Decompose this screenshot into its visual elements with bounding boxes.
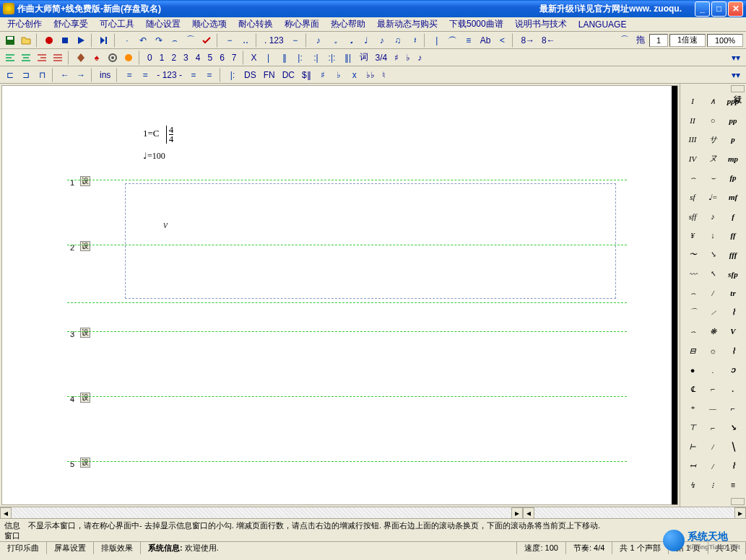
speed-input[interactable] — [669, 34, 706, 47]
symbol-cell-16-2[interactable]: ⌐ — [724, 401, 742, 416]
symbol-cell-1-2[interactable]: pp — [724, 113, 742, 128]
scroll-track[interactable] — [12, 507, 511, 518]
symbol-cell-14-1[interactable]: . — [703, 363, 722, 377]
symbol-cell-15-1[interactable]: ⌐ — [703, 382, 722, 396]
dc-button[interactable]: DC — [279, 68, 298, 82]
eq3-icon[interactable]: = — [186, 68, 201, 82]
timesig-button[interactable]: 3/4 — [373, 51, 391, 65]
symbol-cell-18-0[interactable]: ⊢ — [683, 439, 702, 454]
symbol-cell-5-1[interactable]: ♩= — [703, 190, 722, 204]
num-0[interactable]: 0 — [144, 51, 155, 65]
next-icon[interactable]: → — [74, 68, 88, 82]
num-6[interactable]: 6 — [217, 51, 227, 65]
natural-button[interactable]: ♮ — [379, 68, 388, 82]
symbol-cell-9-2[interactable]: sfp — [724, 267, 742, 281]
symbol-cell-5-2[interactable]: mf — [724, 190, 742, 204]
dotdot-icon[interactable]: ‥ — [238, 33, 253, 48]
eq1-icon[interactable]: = — [122, 68, 136, 82]
lyric-button[interactable]: 词 — [357, 51, 371, 65]
save-icon[interactable] — [3, 33, 17, 48]
symbol-cell-13-0[interactable]: ⊟ — [683, 344, 702, 358]
symbol-cell-16-0[interactable]: * — [683, 401, 702, 416]
menu-interface[interactable]: 称心界面 — [280, 17, 324, 32]
close-button[interactable]: ✕ — [728, 1, 743, 17]
score-canvas[interactable]: 1=C 4 4 ♩=100 1 设 v 2 设 3 设 4 设 — [1, 85, 678, 505]
record-icon[interactable] — [42, 33, 56, 48]
note2-icon[interactable]: 𝅗 — [327, 33, 342, 48]
symbol-cell-15-0[interactable]: ℄ — [683, 382, 702, 396]
dsharp-icon[interactable]: x — [347, 68, 362, 82]
zoom-input[interactable] — [707, 34, 743, 47]
menu-news[interactable]: 最新动态与购买 — [373, 17, 442, 32]
scroll-right-button[interactable]: ▸ — [511, 507, 523, 519]
menu-options[interactable]: 顺心选项 — [188, 17, 231, 32]
maximize-button[interactable]: □ — [711, 1, 727, 17]
symbol-cell-7-0[interactable]: ¥ — [683, 228, 702, 242]
play-from-icon[interactable] — [97, 33, 111, 48]
symbol-cell-8-0[interactable]: 〜 — [683, 248, 702, 262]
symbol-cell-18-2[interactable]: ╲ — [724, 439, 742, 454]
num-5[interactable]: 5 — [204, 51, 215, 65]
status-print[interactable]: 打印乐曲 — [0, 542, 47, 554]
add-line-button[interactable]: 增行 — [731, 498, 745, 505]
check-icon[interactable] — [199, 33, 214, 48]
spade-icon[interactable]: ♠ — [90, 51, 104, 65]
symbol-cell-9-1[interactable]: ↖ — [703, 267, 722, 281]
dash-icon[interactable]: − — [288, 33, 303, 48]
symbol-cell-16-1[interactable]: — — [703, 401, 722, 416]
symbol-cell-19-1[interactable]: / — [703, 459, 722, 473]
symbol-cell-3-1[interactable]: ヌ — [703, 152, 722, 166]
staff-settings-5[interactable]: 设 — [80, 458, 90, 468]
symbol-cell-0-1[interactable]: ∧ — [703, 94, 722, 108]
rest-icon[interactable]: 𝄽 — [407, 33, 421, 48]
minimize-button[interactable]: _ — [695, 1, 710, 17]
accent-icon[interactable]: ⏜ — [446, 33, 460, 48]
align-just-icon[interactable] — [51, 51, 65, 65]
symbol-cell-7-1[interactable]: ↓ — [703, 228, 722, 242]
remove-line-button[interactable]: 减行 — [731, 85, 745, 92]
eq2-icon[interactable]: = — [138, 68, 152, 82]
dash123-button[interactable]: - 123 - — [154, 68, 185, 82]
ds-button[interactable]: DS — [241, 68, 259, 82]
barline-icon[interactable]: | — [430, 33, 444, 48]
symbol-cell-2-1[interactable]: サ — [703, 132, 722, 146]
note4-icon[interactable]: ♩ — [359, 33, 373, 48]
left2-icon[interactable]: ⊐ — [19, 68, 33, 82]
symbol-cell-4-1[interactable]: ⌣ — [703, 170, 722, 185]
symbol-cell-11-2[interactable]: ⌇ — [724, 305, 742, 320]
menu-help[interactable]: 热心帮助 — [326, 17, 370, 32]
orange-icon[interactable] — [121, 51, 136, 65]
symbol-cell-2-2[interactable]: p — [724, 132, 742, 146]
symbol-cell-3-0[interactable]: IV — [683, 152, 702, 166]
left1-icon[interactable]: ⊏ — [3, 68, 17, 82]
eq4-icon[interactable]: = — [202, 68, 217, 82]
symbol-cell-15-2[interactable]: . — [724, 382, 742, 396]
scroll-left-button[interactable]: ◂ — [0, 507, 12, 519]
symbol-cell-5-0[interactable]: sf — [683, 190, 702, 204]
symbol-cell-0-0[interactable]: I — [683, 94, 702, 108]
num-4[interactable]: 4 — [193, 51, 204, 65]
repeat-lr-icon[interactable]: :|: — [325, 51, 339, 65]
prev-icon[interactable]: ← — [58, 68, 72, 82]
left3-icon[interactable]: ⊓ — [35, 68, 49, 82]
symbol-cell-17-0[interactable]: ⊤ — [683, 421, 702, 435]
menu-enjoy[interactable]: 舒心享受 — [49, 17, 92, 32]
cresc-icon[interactable]: < — [495, 33, 509, 48]
fermata-icon[interactable]: ≡ — [461, 33, 476, 48]
slur-icon[interactable]: ⌒ — [183, 33, 198, 48]
symbol-cell-4-2[interactable]: fp — [724, 170, 742, 185]
arc-icon[interactable]: ⌒ — [617, 33, 632, 48]
note1-icon[interactable]: ♪ — [311, 33, 326, 48]
symbol-cell-10-2[interactable]: tr — [724, 286, 742, 300]
bar2-icon[interactable]: ‖ — [277, 51, 292, 65]
status-layout[interactable]: 排版效果 — [94, 542, 141, 554]
symbol-cell-7-2[interactable]: ff — [724, 228, 742, 242]
bar1-icon[interactable]: | — [261, 51, 276, 65]
symbol-cell-2-0[interactable]: III — [683, 132, 702, 146]
symbol-cell-19-0[interactable]: ↤ — [683, 459, 702, 473]
align-center-icon[interactable] — [19, 51, 33, 65]
ab-label[interactable]: Ab — [477, 33, 494, 48]
symbol-cell-0-2[interactable]: ppp — [724, 94, 742, 108]
sharp2-icon[interactable]: ♯ — [316, 68, 330, 82]
eight-plus[interactable]: 8→ — [518, 33, 537, 48]
